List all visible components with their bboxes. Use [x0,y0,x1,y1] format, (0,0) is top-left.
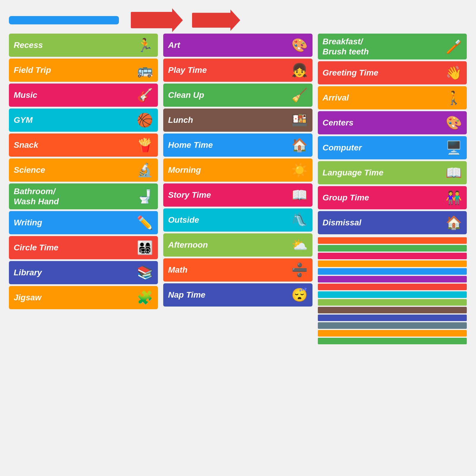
card-icon: 🚶 [446,90,462,106]
color-swatch [318,322,467,329]
card-icon: 🎨 [446,115,462,131]
card-label: Science [14,165,134,175]
header-row [9,12,467,28]
card-icon: 👨‍👩‍👧‍👦 [137,240,153,255]
card-label: Outside [168,215,289,225]
card-label: Recess [14,40,134,50]
arrow-left-1[interactable] [131,12,172,28]
arrow-left-2[interactable] [192,13,231,28]
schedule-card[interactable]: Library📚 [9,261,158,284]
card-label: Field Trip [14,65,134,75]
schedule-card[interactable]: Bathroom/ Wash Hand🚽 [9,183,158,209]
card-icon: 🖥️ [446,140,462,155]
schedule-card[interactable]: Field Trip🚌 [9,59,158,82]
card-icon: ➗ [291,262,308,278]
card-label: Nap Time [168,290,289,300]
schedule-card[interactable]: Music🎸 [9,84,158,107]
card-icon: 🔬 [137,162,153,178]
color-swatch [318,307,467,313]
card-icon: 👫 [446,190,462,205]
card-label: Computer [323,143,443,153]
arrow-shape-1 [131,12,172,28]
schedule-card[interactable]: Outside🛝 [163,208,312,232]
card-icon: 🚽 [137,189,153,204]
card-icon: ⛅ [291,237,308,253]
color-swatches [318,237,467,344]
card-label: Clean Up [168,90,289,100]
card-label: Story Time [168,190,289,200]
schedule-card[interactable]: Language Time📖 [318,161,467,184]
color-swatch [318,338,467,344]
schedule-card[interactable]: Clean Up🧹 [163,84,312,107]
card-icon: 😴 [291,287,308,303]
schedule-card[interactable]: Play Time👧 [163,59,312,82]
card-label: Group Time [323,193,443,203]
card-label: Lunch [168,115,289,125]
column-2: Art🎨Play Time👧Clean Up🧹Lunch🍱Home Time🏠M… [163,34,312,307]
schedule-card[interactable]: Morning☀️ [163,158,312,182]
title-banner [9,16,119,24]
schedule-card[interactable]: Lunch🍱 [163,109,312,132]
schedule-card[interactable]: Computer🖥️ [318,136,467,159]
card-icon: 🍱 [291,112,308,128]
color-swatch [318,260,467,267]
color-swatch [318,276,467,282]
schedule-card[interactable]: Greeting Time👋 [318,61,467,84]
schedule-card[interactable]: Circle Time👨‍👩‍👧‍👦 [9,236,158,259]
card-icon: 🍟 [137,137,153,153]
card-label: Greeting Time [323,68,443,78]
schedule-card[interactable]: Nap Time😴 [163,283,312,307]
arrows-group [131,12,231,28]
card-label: Library [14,268,134,278]
color-swatch [318,237,467,244]
card-label: Jigsaw [14,293,134,303]
schedule-card[interactable]: Story Time📖 [163,183,312,207]
card-icon: 👧 [291,62,308,78]
card-icon: 🏀 [137,112,153,128]
column-1: Recess🏃Field Trip🚌Music🎸GYM🏀Snack🍟Scienc… [9,34,158,309]
card-label: Arrival [323,93,443,103]
color-swatch [318,299,467,306]
schedule-card[interactable]: Jigsaw🧩 [9,286,158,309]
card-label: Centers [323,118,443,128]
card-label: GYM [14,115,134,125]
card-label: Breakfast/ Brush teeth [323,37,443,56]
schedule-card[interactable]: Home Time🏠 [163,133,312,157]
schedule-card[interactable]: Art🎨 [163,34,312,57]
color-swatch [318,330,467,337]
schedule-card[interactable]: Dismissal🏠 [318,211,467,234]
card-label: Bathroom/ Wash Hand [14,186,134,206]
schedule-card[interactable]: Centers🎨 [318,111,467,134]
card-label: Art [168,40,289,50]
schedule-card[interactable]: Afternoon⛅ [163,233,312,257]
card-icon: ☀️ [291,162,308,178]
arrow-shape-2 [192,13,231,28]
schedule-card[interactable]: Group Time👫 [318,186,467,209]
card-label: Writing [14,218,134,228]
schedule-card[interactable]: Breakfast/ Brush teeth🪥 [318,34,467,59]
card-label: Play Time [168,65,289,75]
schedule-card[interactable]: Writing✏️ [9,211,158,234]
card-icon: 📖 [291,187,308,203]
color-swatch [318,245,467,252]
color-swatch [318,253,467,259]
card-label: Afternoon [168,240,289,250]
card-label: Math [168,265,289,275]
card-icon: 🏃 [137,37,153,53]
schedule-card[interactable]: Science🔬 [9,158,158,182]
card-icon: 👋 [446,65,462,81]
card-icon: 🧹 [291,87,308,103]
color-swatch [318,268,467,275]
schedule-card[interactable]: Snack🍟 [9,133,158,157]
color-swatch [318,284,467,290]
card-label: Home Time [168,140,289,150]
card-icon: 🛝 [291,212,308,228]
card-icon: 📖 [446,165,462,180]
card-label: Morning [168,165,289,175]
color-swatch [318,315,467,321]
card-label: Circle Time [14,243,134,253]
schedule-card[interactable]: Arrival🚶 [318,86,467,109]
schedule-card[interactable]: Math➗ [163,258,312,282]
schedule-card[interactable]: Recess🏃 [9,34,158,57]
schedule-card[interactable]: GYM🏀 [9,109,158,132]
